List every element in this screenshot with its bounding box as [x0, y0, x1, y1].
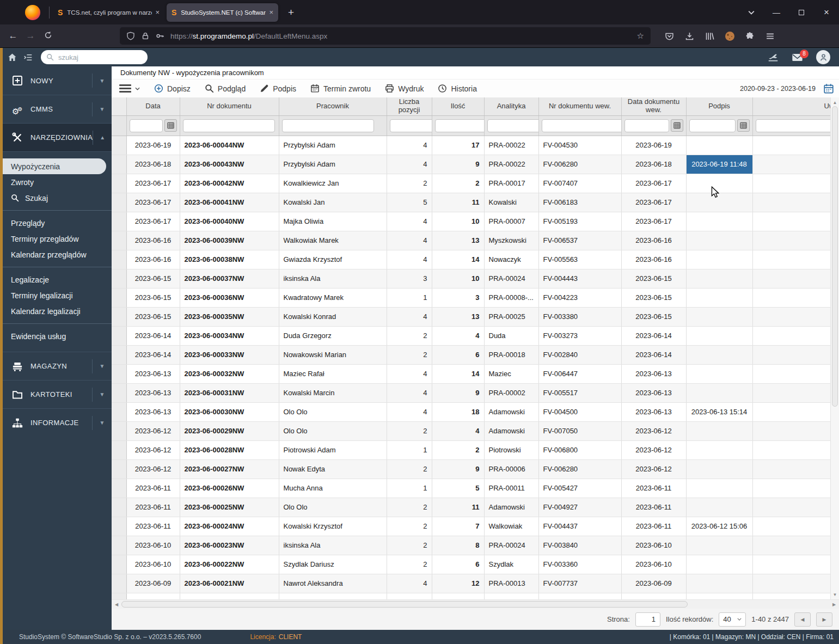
- table-cell[interactable]: 6: [432, 345, 484, 364]
- table-cell[interactable]: PRA-00011: [484, 479, 538, 498]
- table-menu-button[interactable]: [119, 83, 140, 94]
- table-cell[interactable]: 2023-06-00041NW: [180, 193, 279, 212]
- table-cell[interactable]: Gwiazda Krzysztof: [279, 250, 387, 269]
- table-cell[interactable]: 2023-06-15: [621, 269, 686, 288]
- sidebar-item-kalendarz-przegl-d-w[interactable]: Kalendarz przeglądów: [3, 247, 112, 262]
- row-selector-cell[interactable]: [112, 498, 126, 517]
- table-cell[interactable]: 2023-06-18: [621, 155, 686, 174]
- table-cell[interactable]: [752, 136, 830, 155]
- table-cell[interactable]: FV-006537: [538, 231, 621, 250]
- table-cell[interactable]: 4: [432, 421, 484, 440]
- table-cell[interactable]: 2023-06-11: [621, 517, 686, 536]
- filter-input[interactable]: [130, 119, 163, 132]
- table-cell[interactable]: 17: [432, 136, 484, 155]
- column-header[interactable]: Uwagi: [752, 97, 830, 115]
- calendar-picker-button[interactable]: [671, 119, 683, 132]
- table-cell[interactable]: [686, 174, 752, 193]
- hamburger-menu-icon[interactable]: [765, 32, 775, 41]
- table-cell[interactable]: PRA-00022: [484, 136, 538, 155]
- table-cell[interactable]: FV-004443: [538, 269, 621, 288]
- table-cell[interactable]: [752, 250, 830, 269]
- scroll-down-arrow[interactable]: ▼: [831, 591, 839, 598]
- table-cell[interactable]: 2023-06-00033NW: [180, 345, 279, 364]
- table-cell[interactable]: FV-006280: [538, 459, 621, 479]
- user-account-button[interactable]: [816, 50, 830, 64]
- table-cell[interactable]: 2023-06-10: [621, 536, 686, 555]
- table-cell[interactable]: 2023-06-17: [621, 174, 686, 193]
- table-cell[interactable]: 2023-06-12: [126, 421, 180, 440]
- sidebar-item-zwroty[interactable]: Zwroty: [3, 174, 112, 190]
- url-bar[interactable]: https://st.programdemo.pl/DefaultLeftMen…: [120, 27, 651, 45]
- table-row[interactable]: 2023-06-132023-06-00031NWKowalski Marcin…: [112, 383, 830, 402]
- table-cell[interactable]: Przybylski Adam: [279, 136, 387, 155]
- table-cell[interactable]: [686, 364, 752, 383]
- column-header[interactable]: Liczba pozycji: [387, 97, 432, 115]
- table-row[interactable]: 2023-06-182023-06-00043NWPrzybylski Adam…: [112, 155, 830, 174]
- sidebar-item-szukaj[interactable]: Szukaj: [3, 190, 112, 206]
- mail-button[interactable]: 8: [792, 52, 803, 63]
- table-cell[interactable]: Nawrot Aleksandra: [279, 574, 387, 593]
- table-cell[interactable]: Kwadratowy Marek: [279, 288, 387, 307]
- table-row[interactable]: 2023-06-132023-06-00030NWOlo Olo418Adamo…: [112, 402, 830, 421]
- table-cell[interactable]: 2023-06-00027NW: [180, 459, 279, 479]
- table-cell[interactable]: Adamowski: [484, 421, 538, 440]
- firefox-icon[interactable]: [25, 5, 40, 20]
- table-cell[interactable]: Walkowiak: [484, 517, 538, 536]
- table-cell[interactable]: 2023-06-11: [126, 498, 180, 517]
- table-row[interactable]: 2023-06-142023-06-00033NWNowakowski Mari…: [112, 345, 830, 364]
- table-cell[interactable]: 9: [432, 593, 484, 599]
- table-cell[interactable]: FV-004530: [538, 136, 621, 155]
- table-cell[interactable]: 2023-06-16: [126, 231, 180, 250]
- toolbar-button-dopisz[interactable]: Dopisz: [154, 84, 191, 93]
- table-cell[interactable]: Majka Oliwia: [279, 212, 387, 231]
- table-cell[interactable]: FV-004223: [538, 288, 621, 307]
- table-cell[interactable]: [752, 536, 830, 555]
- sidebar-section-informacje[interactable]: INFORMACJE▼: [3, 408, 112, 437]
- calendar-picker-button[interactable]: [164, 119, 177, 132]
- table-cell[interactable]: 2023-06-17: [621, 212, 686, 231]
- table-cell[interactable]: [752, 479, 830, 498]
- table-row[interactable]: 2023-06-172023-06-00042NWKowalkiewicz Ja…: [112, 174, 830, 193]
- home-icon[interactable]: [8, 53, 17, 62]
- filter-input[interactable]: [390, 119, 432, 132]
- table-row[interactable]: 2023-06-142023-06-00034NWDuda Grzegorz24…: [112, 326, 830, 345]
- table-cell[interactable]: 2023-06-00020NW: [180, 593, 279, 599]
- table-cell[interactable]: PRA-00006: [484, 459, 538, 479]
- table-cell[interactable]: Nowaczyk: [484, 250, 538, 269]
- new-tab-button[interactable]: +: [280, 7, 302, 19]
- table-cell[interactable]: [752, 517, 830, 536]
- table-cell[interactable]: 4: [387, 364, 432, 383]
- table-cell[interactable]: 2023-06-13: [621, 383, 686, 402]
- table-cell[interactable]: 7: [432, 517, 484, 536]
- table-cell[interactable]: [686, 383, 752, 402]
- table-cell[interactable]: 10: [432, 212, 484, 231]
- table-cell[interactable]: 2: [432, 440, 484, 459]
- table-cell[interactable]: [686, 498, 752, 517]
- table-cell[interactable]: 2023-06-00032NW: [180, 364, 279, 383]
- table-cell[interactable]: 4: [387, 402, 432, 421]
- table-row[interactable]: 2023-06-102023-06-00022NWSzydlak Dariusz…: [112, 555, 830, 574]
- table-cell[interactable]: 2023-06-13 15:14: [686, 402, 752, 421]
- table-cell[interactable]: 2023-06-17: [126, 212, 180, 231]
- table-cell[interactable]: 2023-06-00043NW: [180, 155, 279, 174]
- table-cell[interactable]: Piotrowski: [484, 440, 538, 459]
- table-cell[interactable]: 3: [387, 269, 432, 288]
- table-cell[interactable]: 4: [387, 250, 432, 269]
- table-cell[interactable]: [686, 193, 752, 212]
- page-input[interactable]: [635, 612, 660, 627]
- table-row[interactable]: 2023-06-132023-06-00032NWMaziec Rafał414…: [112, 364, 830, 383]
- menu-list-icon[interactable]: [23, 53, 33, 62]
- table-cell[interactable]: 2023-06-14: [621, 326, 686, 345]
- table-cell[interactable]: [686, 345, 752, 364]
- table-cell[interactable]: PRA-00013: [484, 574, 538, 593]
- table-cell[interactable]: 2023-06-14: [621, 345, 686, 364]
- table-cell[interactable]: Kowalski Jan: [279, 193, 387, 212]
- row-selector-cell[interactable]: [112, 212, 126, 231]
- row-selector-cell[interactable]: [112, 326, 126, 345]
- table-cell[interactable]: [686, 212, 752, 231]
- table-cell[interactable]: 18: [432, 402, 484, 421]
- row-selector-cell[interactable]: [112, 421, 126, 440]
- table-cell[interactable]: 2023-06-00030NW: [180, 402, 279, 421]
- column-header[interactable]: Data dokumentu wew.: [621, 97, 686, 115]
- table-cell[interactable]: 9: [432, 459, 484, 479]
